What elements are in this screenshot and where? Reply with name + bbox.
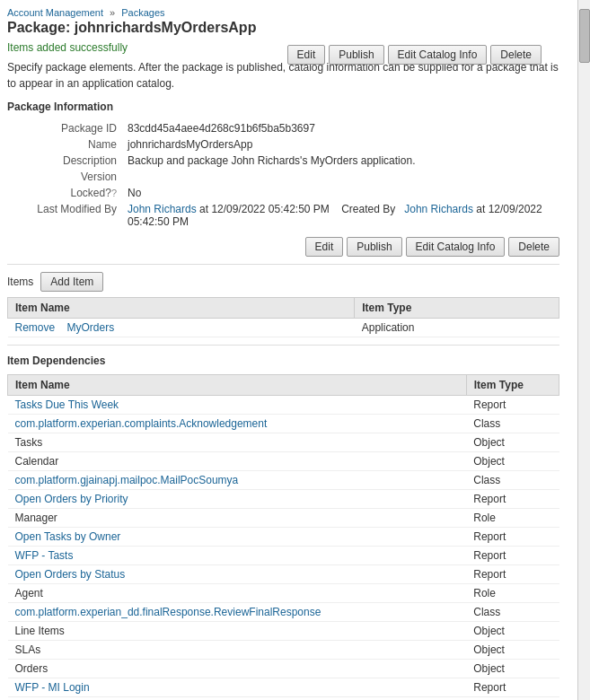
page-header: Package: johnrichardsMyOrdersApp Edit Pu… [7, 20, 559, 36]
dep-name-link[interactable]: com.platform.experian_dd.finalResponse.R… [15, 606, 321, 618]
page-title: Package: johnrichardsMyOrdersApp [7, 20, 559, 36]
edit-catalog-button-bottom[interactable]: Edit Catalog Info [406, 237, 506, 257]
dependencies-table: Item Name Item Type Tasks Due This Week … [7, 374, 559, 700]
top-actions: Edit Publish Edit Catalog Info Delete [287, 45, 542, 65]
dep-type-cell: Role [466, 509, 559, 528]
list-item: Open Orders by Priority Report [8, 490, 559, 509]
dep-type-cell: Report [466, 490, 559, 509]
dep-name-text: Calendar [15, 455, 59, 468]
list-item: Line Items Object [8, 622, 559, 641]
scrollbar-track[interactable] [577, 0, 590, 700]
divider-2 [7, 345, 559, 346]
last-modified-label: Last Modified By [7, 201, 124, 230]
deps-header-row: Item Name Item Type [8, 375, 559, 396]
dep-name-text: Line Items [15, 625, 65, 637]
dep-name-cell: com.platform.experian.complaints.Acknowl… [8, 415, 467, 433]
created-by-user-link[interactable]: John Richards [404, 203, 473, 215]
items-col-type: Item Type [355, 298, 559, 319]
page-wrapper: Account Management » Packages Package: j… [0, 0, 590, 700]
dep-name-cell: Tasks [8, 433, 467, 452]
items-table-body: Remove MyOrders Application [8, 319, 559, 337]
dep-name-cell: WFP - Tasts [8, 547, 467, 565]
dep-name-cell: Tasks Due This Week [8, 396, 467, 415]
locked-value: No [124, 185, 559, 201]
list-item: SouthEastOrders Team [8, 697, 559, 701]
dep-name-link[interactable]: Open Orders by Status [15, 568, 126, 581]
edit-catalog-button-top[interactable]: Edit Catalog Info [388, 45, 488, 65]
edit-button-bottom[interactable]: Edit [305, 237, 344, 257]
edit-button-top[interactable]: Edit [287, 45, 326, 65]
dep-name-cell: Calendar [8, 452, 467, 471]
dep-name-cell: SouthEastOrders [8, 697, 467, 701]
breadcrumb-account-management[interactable]: Account Management [7, 7, 103, 18]
dep-type-cell: Class [466, 603, 559, 622]
dependencies-section: Item Dependencies Item Name Item Type Ta… [7, 354, 559, 700]
dep-name-link[interactable]: Open Tasks by Owner [15, 530, 121, 543]
dep-type-cell: Report [466, 565, 559, 584]
breadcrumb-sep: » [110, 7, 115, 18]
list-item: Tasks Object [8, 433, 559, 452]
dep-type-cell: Class [466, 471, 559, 490]
name-row: Name johnrichardsMyOrdersApp [7, 136, 559, 153]
version-row: Version [7, 169, 559, 185]
version-value [124, 169, 559, 185]
dep-type-cell: Object [466, 660, 559, 678]
last-modified-user-link[interactable]: John Richards [128, 203, 197, 215]
list-item: Open Orders by Status Report [8, 565, 559, 584]
publish-button-bottom[interactable]: Publish [347, 237, 401, 257]
dep-name-cell: Agent [8, 584, 467, 603]
dep-name-cell: com.platform.gjainapj.mailpoc.MailPocSou… [8, 471, 467, 490]
delete-button-bottom[interactable]: Delete [508, 237, 559, 257]
dep-type-cell: Object [466, 433, 559, 452]
dep-name-cell: WFP - MI Login [8, 678, 467, 697]
name-value: johnrichardsMyOrdersApp [124, 136, 559, 153]
item-name-link[interactable]: MyOrders [67, 321, 115, 334]
breadcrumb-packages[interactable]: Packages [121, 7, 164, 18]
delete-button-top[interactable]: Delete [490, 45, 542, 65]
main-content: Account Management » Packages Package: j… [0, 0, 577, 700]
table-row: Remove MyOrders Application [8, 319, 559, 337]
package-info-title: Package Information [7, 101, 559, 113]
dep-name-link[interactable]: com.platform.gjainapj.mailpoc.MailPocSou… [15, 474, 239, 486]
locked-label: Locked?? [7, 185, 124, 201]
dep-name-cell: com.platform.experian_dd.finalResponse.R… [8, 603, 467, 622]
dep-type-cell: Team [466, 697, 559, 701]
items-header: Items Add Item [7, 272, 559, 292]
dep-type-cell: Report [466, 396, 559, 415]
last-modified-at: at 12/09/2022 05:42:50 PM [199, 203, 330, 215]
dep-name-link[interactable]: WFP - Tasts [15, 549, 74, 562]
dep-name-link[interactable]: Open Orders by Priority [15, 493, 128, 505]
dep-type-cell: Object [466, 641, 559, 660]
dep-type-cell: Report [466, 547, 559, 565]
dep-name-link[interactable]: WFP - MI Login [15, 681, 90, 694]
list-item: com.platform.experian.complaints.Acknowl… [8, 415, 559, 433]
publish-button-top[interactable]: Publish [329, 45, 383, 65]
package-id-row: Package ID 83cdd45a4aee4d268c91b6f5ba5b3… [7, 120, 559, 136]
dep-name-cell: Line Items [8, 622, 467, 641]
item-name-cell: Remove MyOrders [8, 319, 355, 337]
package-id-value: 83cdd45a4aee4d268c91b6f5ba5b3697 [124, 120, 559, 136]
dep-name-cell: Open Tasks by Owner [8, 528, 467, 547]
description-value: Backup and package John Richards's MyOrd… [124, 153, 559, 169]
dep-name-link[interactable]: com.platform.experian.complaints.Acknowl… [15, 417, 268, 430]
add-item-button[interactable]: Add Item [40, 272, 103, 292]
divider-1 [7, 264, 559, 265]
scrollbar-thumb[interactable] [579, 9, 590, 63]
locked-row: Locked?? No [7, 185, 559, 201]
package-info-table: Package ID 83cdd45a4aee4d268c91b6f5ba5b3… [7, 120, 559, 230]
breadcrumb: Account Management » Packages [7, 7, 559, 18]
dep-name-link[interactable]: Tasks Due This Week [15, 398, 119, 411]
last-modified-row: Last Modified By John Richards at 12/09/… [7, 201, 559, 230]
description-row: Description Backup and package John Rich… [7, 153, 559, 169]
remove-link[interactable]: Remove [15, 321, 56, 334]
dep-type-cell: Class [466, 415, 559, 433]
item-type-cell: Application [355, 319, 559, 337]
list-item: SLAs Object [8, 641, 559, 660]
deps-col-type: Item Type [466, 375, 559, 396]
last-modified-value: John Richards at 12/09/2022 05:42:50 PM … [124, 201, 559, 230]
dep-name-cell: Manager [8, 509, 467, 528]
list-item: Open Tasks by Owner Report [8, 528, 559, 547]
items-col-name: Item Name [8, 298, 355, 319]
dep-name-text: Orders [15, 662, 48, 675]
dep-name-text: Manager [15, 512, 57, 524]
